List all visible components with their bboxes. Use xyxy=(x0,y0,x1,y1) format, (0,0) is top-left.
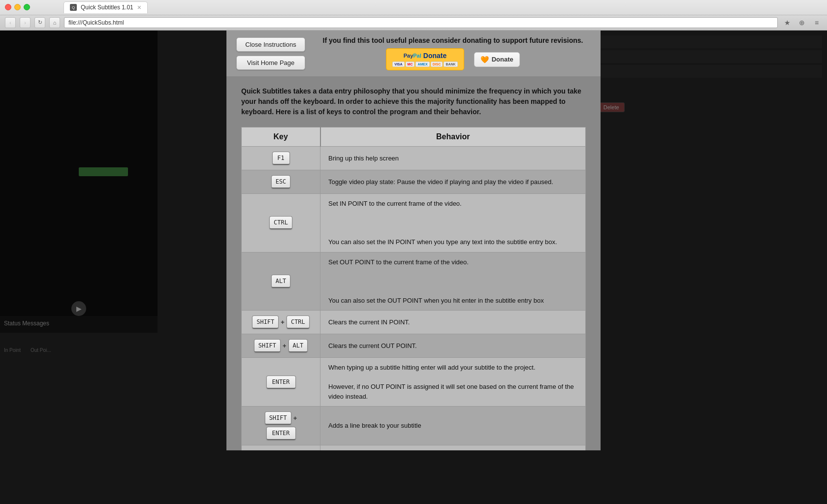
tab-title: Quick Subtitles 1.01 xyxy=(81,4,133,11)
forward-btn[interactable]: › xyxy=(20,17,31,28)
instructions-modal: Close Instructions Visit Home Page If yo… xyxy=(226,31,601,450)
browser-tab[interactable]: Q Quick Subtitles 1.01 × xyxy=(64,1,148,13)
col-header-behavior: Behavior xyxy=(320,127,586,147)
behavior-cell: When typing up a subtitle hitting enter … xyxy=(320,358,586,407)
extensions-btn[interactable]: ⊕ xyxy=(796,17,807,28)
minimize-window-btn[interactable] xyxy=(14,4,21,10)
table-row: ESCToggle video play state: Pause the vi… xyxy=(242,170,586,194)
behavior-cell: Set IN POINT to the current frame of the… xyxy=(320,194,586,252)
paypal-logo: PayPal xyxy=(404,53,421,59)
table-row: SHIFT+ALTClears the current OUT POINT. xyxy=(242,334,586,358)
reload-btn[interactable]: ↻ xyxy=(34,17,45,28)
table-header-row: Key Behavior xyxy=(242,127,586,147)
donate-2-label: Donate xyxy=(492,56,513,63)
paypal-donate-btn[interactable]: PayPal Donate VISA MC AMEX DISC BANK xyxy=(386,48,464,70)
close-instructions-btn[interactable]: Close Instructions xyxy=(236,37,305,52)
table-row: SHIFT+CTRLClears the current IN POINT. xyxy=(242,311,586,334)
table-row: ENTERWhen typing up a subtitle hitting e… xyxy=(242,358,586,407)
table-row: CTRLSet IN POINT to the current frame of… xyxy=(242,194,586,252)
donate-word: Donate xyxy=(423,52,446,60)
key-cell: ENTER xyxy=(242,358,320,407)
behavior-cell: Adds a line break to your subtitle xyxy=(320,407,586,445)
address-bar: ‹ › ↻ ⌂ file:///QuickSubs.html ★ ⊕ ≡ xyxy=(0,15,827,30)
tab-close-btn[interactable]: × xyxy=(137,3,141,11)
close-window-btn[interactable] xyxy=(5,4,11,10)
key-cell: F1 xyxy=(242,147,320,170)
visit-homepage-btn[interactable]: Visit Home Page xyxy=(236,56,305,70)
col-header-key: Key xyxy=(242,127,320,147)
page-content: ▶ Status Messages In Point Out Poi... so… xyxy=(0,31,827,504)
address-url: file:///QuickSubs.html xyxy=(68,19,124,26)
modal-buttons: Close Instructions Visit Home Page xyxy=(236,37,305,70)
table-row: ⊞⌘+←Move the playhead to the previous IN… xyxy=(242,445,586,451)
modal-content[interactable]: Quick Subtitles takes a data entry philo… xyxy=(226,76,601,450)
address-input[interactable]: file:///QuickSubs.html xyxy=(64,17,778,28)
behavior-cell: Set OUT POINT to the current frame of th… xyxy=(320,252,586,311)
donate-section: If you find this tool useful please cons… xyxy=(315,36,591,70)
donate-btn-2[interactable]: 🧡 Donate xyxy=(474,52,520,67)
behavior-cell: Clears the current IN POINT. xyxy=(320,311,586,334)
key-cell: ⊞⌘+← xyxy=(242,445,320,451)
title-bar: Q Quick Subtitles 1.01 × xyxy=(0,0,827,15)
traffic-lights xyxy=(5,4,30,10)
browser-chrome: Q Quick Subtitles 1.01 × ‹ › ↻ ⌂ file://… xyxy=(0,0,827,31)
table-row: SHIFT+ENTERAdds a line break to your sub… xyxy=(242,407,586,445)
behavior-cell: Bring up this help screen xyxy=(320,147,586,170)
behavior-cell: Move the playhead to the previous IN POI… xyxy=(320,445,586,451)
bookmark-btn[interactable]: ★ xyxy=(782,17,793,28)
paypal-logo-area: PayPal Donate xyxy=(404,52,447,60)
home-btn[interactable]: ⌂ xyxy=(49,17,60,28)
behavior-cell: Clears the current OUT POINT. xyxy=(320,334,586,358)
key-cell: ALT xyxy=(242,252,320,311)
key-cell: SHIFT+ALT xyxy=(242,334,320,358)
key-cell: SHIFT+ENTER xyxy=(242,407,320,445)
menu-btn[interactable]: ≡ xyxy=(811,17,822,28)
tab-favicon: Q xyxy=(70,4,77,11)
paypal-cards: VISA MC AMEX DISC BANK xyxy=(392,62,457,67)
key-cell: ESC xyxy=(242,170,320,194)
maximize-window-btn[interactable] xyxy=(24,4,30,10)
heart-icon: 🧡 xyxy=(480,56,489,63)
modal-overlay: Close Instructions Visit Home Page If yo… xyxy=(0,31,827,504)
donate-text: If you find this tool useful please cons… xyxy=(323,36,583,44)
behavior-cell: Toggle video play state: Pause the video… xyxy=(320,170,586,194)
tab-bar: Q Quick Subtitles 1.01 × xyxy=(64,1,148,13)
back-btn[interactable]: ‹ xyxy=(5,17,16,28)
intro-text: Quick Subtitles takes a data entry philo… xyxy=(241,86,586,117)
modal-header: Close Instructions Visit Home Page If yo… xyxy=(226,31,601,76)
key-cell: SHIFT+CTRL xyxy=(242,311,320,334)
key-cell: CTRL xyxy=(242,194,320,252)
table-row: F1Bring up this help screen xyxy=(242,147,586,170)
keys-table: Key Behavior F1Bring up this help screen… xyxy=(241,127,586,450)
table-row: ALTSet OUT POINT to the current frame of… xyxy=(242,252,586,311)
donate-buttons: PayPal Donate VISA MC AMEX DISC BANK xyxy=(386,48,520,70)
